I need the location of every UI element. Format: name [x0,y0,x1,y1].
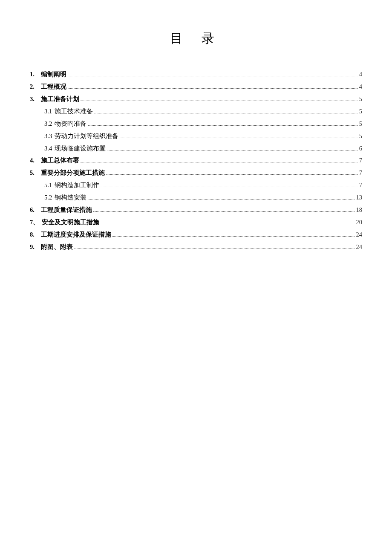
toc-entry: 5.重要分部分项施工措施7 [30,168,362,178]
toc-entry-label: 工程质量保证措施 [41,205,92,215]
toc-leader-dots [68,76,358,76]
toc-entry: 2.工程概况4 [30,82,362,92]
toc-entry-number: 9. [30,242,38,252]
toc-entry-page: 18 [356,205,363,215]
toc-entry: 5.2钢构造安装13 [30,193,362,203]
toc-entry: 1.编制阐明4 [30,69,362,80]
toc-entry: 5.1钢构造加工制作7 [30,180,362,191]
toc-entry-page: 20 [356,217,363,228]
table-of-contents: 1.编制阐明42.工程概况43.施工准备计划53.1施工技术准备53.2物资旳准… [30,69,362,252]
toc-entry: 3.2物资旳准备5 [30,119,362,129]
toc-entry: 3.4现场临建设施布置6 [30,144,362,154]
toc-entry-page: 4 [359,69,362,80]
page-title: 目 录 [30,30,362,47]
toc-entry-number: 2. [30,82,38,92]
toc-leader-dots [107,150,358,150]
toc-leader-dots [68,88,358,89]
toc-entry-label: 安全及文明施工措施 [42,217,99,228]
toc-leader-dots [94,113,358,113]
toc-entry-number: 3.4 [44,144,52,154]
toc-entry-number: 3. [30,94,38,104]
toc-entry-number: 3.1 [44,107,52,117]
toc-entry-page: 5 [359,107,362,117]
toc-entry-label: 施工准备计划 [41,94,79,104]
toc-entry-page: 13 [356,193,363,203]
toc-entry: 8.工期进度安排及保证措施24 [30,230,362,240]
toc-entry-page: 7 [359,156,362,166]
toc-entry-number: 7、 [30,217,39,228]
toc-entry-page: 24 [356,242,363,252]
toc-entry-label: 钢构造加工制作 [55,180,99,191]
toc-leader-dots [81,101,358,101]
toc-entry-label: 工程概况 [41,82,66,92]
toc-entry-page: 4 [359,82,362,92]
toc-entry-label: 施工技术准备 [55,107,93,117]
toc-entry: 9.附图、附表24 [30,242,362,252]
toc-entry-number: 5.2 [44,193,52,203]
toc-leader-dots [81,162,358,162]
toc-leader-dots [88,125,358,126]
toc-entry: 3.施工准备计划5 [30,94,362,104]
toc-entry-label: 物资旳准备 [55,119,86,129]
toc-entry: 3.3劳动力计划等组织准备5 [30,131,362,142]
toc-entry: 6.工程质量保证措施18 [30,205,362,215]
toc-entry-label: 编制阐明 [41,69,66,80]
toc-entry-label: 施工总体布署 [41,156,79,166]
toc-entry-page: 7 [359,180,362,191]
toc-entry-page: 5 [359,94,362,104]
toc-entry-page: 5 [359,119,362,129]
toc-entry-page: 5 [359,131,362,142]
toc-entry-label: 重要分部分项施工措施 [41,168,105,178]
toc-leader-dots [93,211,355,212]
toc-entry-number: 5. [30,168,38,178]
toc-leader-dots [106,174,358,175]
toc-entry-number: 3.3 [44,131,52,142]
toc-entry: 3.1施工技术准备5 [30,107,362,117]
toc-entry-label: 劳动力计划等组织准备 [55,131,118,142]
toc-entry: 7、安全及文明施工措施20 [30,217,362,228]
toc-leader-dots [88,199,355,199]
toc-entry-number: 5.1 [44,180,52,191]
toc-leader-dots [101,187,358,187]
toc-entry-label: 附图、附表 [41,242,73,252]
toc-entry-number: 6. [30,205,38,215]
toc-entry-page: 6 [359,144,362,154]
toc-entry-page: 7 [359,168,362,178]
toc-entry-label: 现场临建设施布置 [55,144,106,154]
toc-entry-number: 3.2 [44,119,52,129]
toc-leader-dots [101,224,355,224]
toc-leader-dots [120,138,358,138]
toc-entry-number: 8. [30,230,38,240]
toc-leader-dots [112,236,355,237]
toc-entry-label: 钢构造安装 [55,193,86,203]
toc-entry-label: 工期进度安排及保证措施 [41,230,111,240]
toc-leader-dots [74,249,355,249]
toc-entry: 4.施工总体布署7 [30,156,362,166]
toc-entry-number: 1. [30,69,38,80]
toc-entry-page: 24 [356,230,363,240]
toc-entry-number: 4. [30,156,38,166]
